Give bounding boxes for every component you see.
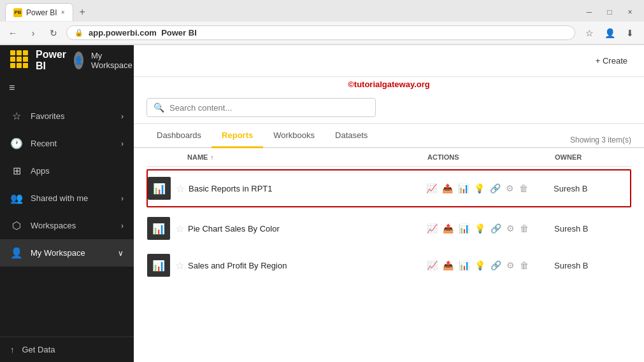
refresh-button[interactable]: ↻: [46, 25, 61, 41]
related-icon[interactable]: 🔗: [490, 183, 501, 193]
search-input-wrap[interactable]: 🔍: [147, 98, 376, 117]
excel-icon[interactable]: 📊: [459, 223, 469, 233]
main-content: + Create ©tutorialgateway.org 🔍 Dashboar…: [134, 45, 644, 362]
sidebar-item-favorites[interactable]: ☆ Favorites ›: [0, 102, 134, 130]
tab-label: Power BI: [26, 8, 57, 17]
back-button[interactable]: ←: [5, 25, 20, 41]
insights-icon[interactable]: 💡: [475, 260, 485, 270]
address-url-display: app.powerbi.com Power BI: [89, 28, 197, 38]
user-avatar-header[interactable]: 👤: [74, 52, 83, 69]
star-icon[interactable]: ☆: [175, 223, 184, 234]
window-minimize-button[interactable]: ─: [580, 6, 598, 18]
app-grid-button[interactable]: [10, 50, 28, 71]
related-icon[interactable]: 🔗: [490, 260, 501, 270]
tab-bar: PB Power BI × + ─ □ ×: [0, 0, 644, 22]
sidebar-item-shared[interactable]: 👥 Shared with me ›: [0, 184, 134, 212]
forward-button[interactable]: ›: [25, 25, 41, 41]
tab-close-button[interactable]: ×: [61, 9, 65, 16]
share-icon[interactable]: 📤: [442, 183, 453, 193]
tab-reports[interactable]: Reports: [211, 124, 263, 148]
analyze-icon[interactable]: 📈: [426, 183, 437, 193]
row-name: Sales and Profit By Region: [188, 261, 427, 270]
myworkspace-chevron-icon: ∨: [118, 249, 124, 258]
window-maximize-button[interactable]: □: [601, 6, 619, 18]
sidebar-item-recent[interactable]: 🕐 Recent ›: [0, 130, 134, 157]
favorites-icon: ☆: [10, 110, 23, 122]
hamburger-menu-button[interactable]: ≡: [0, 76, 134, 100]
row-icon-col: 📊: [147, 254, 175, 277]
workspaces-chevron-icon: ›: [121, 221, 124, 230]
delete-icon[interactable]: 🗑: [519, 183, 528, 193]
address-actions: ☆ 👤 ⬇: [580, 24, 639, 42]
tabs-bar: Dashboards Reports Workbooks Datasets Sh…: [134, 124, 644, 148]
share-icon[interactable]: 📤: [443, 223, 454, 233]
col-actions-header: ACTIONS: [427, 153, 555, 161]
delete-icon[interactable]: 🗑: [520, 223, 529, 233]
star-icon[interactable]: ☆: [175, 260, 184, 271]
sidebar-label-myworkspace: My Workspace: [31, 248, 110, 258]
sidebar-label-apps: Apps: [31, 166, 124, 176]
insights-icon[interactable]: 💡: [475, 223, 485, 233]
favorites-chevron-icon: ›: [121, 112, 124, 121]
table-row[interactable]: 📊 ☆ Sales and Profit By Region 📈 📤 📊 💡 🔗…: [147, 247, 631, 284]
analyze-icon[interactable]: 📈: [427, 223, 438, 233]
get-data-button[interactable]: ↑ Get Data: [0, 337, 134, 362]
tab-favicon: PB: [13, 8, 22, 17]
get-data-icon: ↑: [10, 345, 15, 354]
settings-row-icon[interactable]: ⚙: [506, 223, 515, 233]
row-actions: 📈 📤 📊 💡 🔗 ⚙ 🗑: [426, 183, 554, 193]
excel-icon[interactable]: 📊: [458, 183, 469, 193]
analyze-icon[interactable]: 📈: [427, 260, 438, 270]
table-header: NAME ↑ ACTIONS OWNER: [147, 148, 631, 167]
content-area: NAME ↑ ACTIONS OWNER 📊 ☆ Basic Reports i…: [134, 148, 644, 362]
related-icon[interactable]: 🔗: [490, 223, 501, 233]
sidebar-item-apps[interactable]: ⊞ Apps: [0, 157, 134, 184]
share-icon[interactable]: 📤: [443, 260, 454, 270]
active-tab[interactable]: PB Power BI ×: [5, 3, 73, 21]
main-topbar: + Create: [134, 45, 644, 77]
address-input[interactable]: 🔒 app.powerbi.com Power BI: [66, 25, 575, 40]
star-col: ☆: [175, 260, 188, 272]
shared-chevron-icon: ›: [121, 194, 124, 203]
row-owner: Suresh B: [554, 184, 630, 193]
settings-row-icon[interactable]: ⚙: [506, 260, 515, 270]
browser-chrome: PB Power BI × + ─ □ × ← › ↻ 🔒 app.powerb…: [0, 0, 644, 45]
star-icon[interactable]: ☆: [176, 183, 185, 194]
window-controls: ─ □ ×: [580, 6, 639, 18]
window-close-button[interactable]: ×: [621, 6, 639, 18]
table-row[interactable]: 📊 ☆ Basic Reports in RPT1 📈 📤 📊 💡 🔗 ⚙ 🗑 …: [147, 169, 631, 207]
app-logo: Power BI: [36, 49, 66, 72]
row-name: Basic Reports in RPT1: [189, 184, 426, 193]
app-container: Power BI 👤 My Workspace Pro trial: 59 da…: [0, 45, 644, 362]
download-button[interactable]: ⬇: [621, 24, 639, 42]
sidebar-label-shared: Shared with me: [31, 193, 113, 203]
search-bar: 🔍: [134, 92, 644, 124]
table-row[interactable]: 📊 ☆ Pie Chart Sales By Color 📈 📤 📊 💡 🔗 ⚙…: [147, 210, 631, 247]
showing-count: Showing 3 item(s): [570, 136, 631, 144]
settings-row-icon[interactable]: ⚙: [506, 183, 514, 193]
profile-button[interactable]: 👤: [601, 24, 619, 42]
recent-icon: 🕐: [10, 137, 23, 150]
sidebar-item-workspaces[interactable]: ⬡ Workspaces ›: [0, 212, 134, 239]
new-tab-button[interactable]: +: [76, 6, 89, 18]
report-icon: 📊: [147, 254, 170, 277]
create-button[interactable]: + Create: [589, 52, 634, 69]
apps-icon: ⊞: [10, 165, 23, 177]
sort-arrow-icon[interactable]: ↑: [210, 154, 213, 161]
sidebar-label-recent: Recent: [31, 139, 113, 148]
sidebar: Power BI 👤 My Workspace Pro trial: 59 da…: [0, 45, 134, 362]
col-name-header[interactable]: NAME ↑: [187, 153, 427, 161]
delete-icon[interactable]: 🗑: [520, 260, 529, 270]
sidebar-item-myworkspace[interactable]: 👤 My Workspace ∨: [0, 239, 134, 267]
bookmark-button[interactable]: ☆: [580, 24, 598, 42]
row-icon-col: 📊: [148, 177, 176, 200]
row-owner: Suresh B: [554, 224, 631, 233]
tab-datasets[interactable]: Datasets: [325, 124, 378, 148]
insights-icon[interactable]: 💡: [474, 183, 485, 193]
excel-icon[interactable]: 📊: [459, 260, 469, 270]
row-name: Pie Chart Sales By Color: [188, 224, 427, 233]
secure-icon: 🔒: [75, 29, 83, 37]
tab-dashboards[interactable]: Dashboards: [147, 124, 211, 148]
search-input[interactable]: [169, 103, 348, 113]
tab-workbooks[interactable]: Workbooks: [263, 124, 325, 148]
